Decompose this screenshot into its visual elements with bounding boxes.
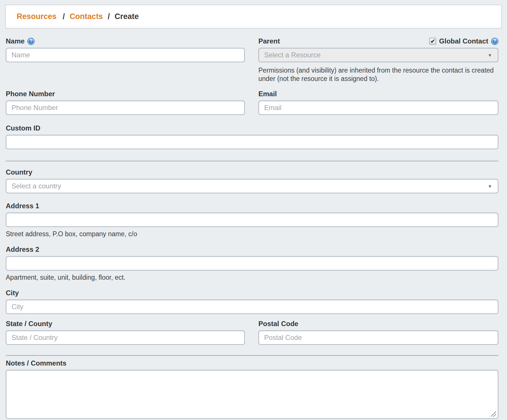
parent-label: Parent [258,37,280,45]
breadcrumb-separator: / [108,12,110,21]
name-label: Name ? [6,37,245,45]
parent-permissions-note: Permissions (and visibility) are inherit… [258,66,498,83]
address2-label: Address 2 [6,245,498,253]
address1-input[interactable] [6,213,498,227]
parent-select-placeholder: Select a Resource [264,51,321,59]
address1-helper-text: Street address, P.O box, company name, c… [6,230,498,238]
breadcrumb-link-contacts[interactable]: Contacts [70,12,103,21]
address1-label: Address 1 [6,202,498,210]
address2-helper-text: Apartment, suite, unit, building, floor,… [6,274,498,281]
phone-number-label: Phone Number [6,90,245,98]
phone-number-input[interactable] [6,101,245,115]
address2-input[interactable] [6,256,498,270]
dropdown-arrow-icon: ▼ [488,184,492,188]
breadcrumb-link-resources[interactable]: Resources [17,12,56,21]
check-icon: ✔ [430,38,435,44]
section-divider [6,161,498,161]
state-county-input[interactable] [6,330,245,345]
parent-select[interactable]: Select a Resource ▼ [258,48,498,62]
global-contact-label: Global Contact [439,37,488,45]
section-divider [6,355,498,356]
name-help-icon[interactable]: ? [27,38,35,45]
city-input[interactable] [6,300,498,314]
country-select-placeholder: Select a country [12,182,61,190]
dropdown-arrow-icon: ▼ [488,53,492,57]
breadcrumb-separator: / [63,12,65,21]
create-contact-form: Name ? Parent ✔ Global Contact ? Select [0,37,507,420]
breadcrumb: Resources / Contacts / Create [5,5,502,29]
resize-grip[interactable] [489,410,496,417]
postal-code-input[interactable] [258,330,498,345]
notes-textarea[interactable] [6,370,498,419]
country-label: Country [6,168,498,176]
custom-id-input[interactable] [6,135,498,149]
state-county-label: State / County [6,320,245,328]
notes-comments-label: Notes / Comments [6,359,498,367]
country-select[interactable]: Select a country ▼ [6,179,498,193]
breadcrumb-current-create: Create [115,12,139,21]
email-input[interactable] [258,101,498,115]
global-contact-help-icon[interactable]: ? [491,38,498,45]
custom-id-label: Custom ID [6,124,498,132]
postal-code-label: Postal Code [258,320,498,328]
name-input[interactable] [6,48,245,62]
global-contact-checkbox[interactable]: ✔ [429,38,436,45]
email-label: Email [258,90,498,98]
city-label: City [6,289,498,297]
